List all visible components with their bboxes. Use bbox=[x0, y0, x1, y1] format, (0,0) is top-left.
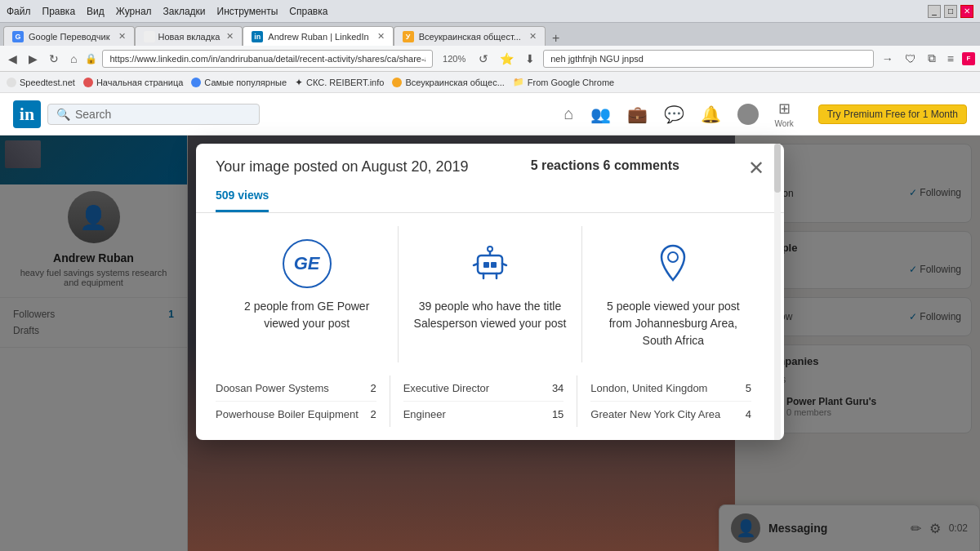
tab-favicon-ua: У bbox=[403, 31, 414, 42]
maximize-button[interactable]: □ bbox=[944, 5, 957, 18]
detail-rows: Doosan Power Systems 2 Powerhouse Boiler… bbox=[196, 375, 784, 440]
zoom-level: 120% bbox=[438, 54, 470, 64]
nav-avatar[interactable] bbox=[737, 104, 759, 125]
premium-button[interactable]: Try Premium Free for 1 Month bbox=[818, 104, 967, 124]
powerhouse-label: Powerhouse Boiler Equipment bbox=[216, 408, 363, 420]
address-bar[interactable] bbox=[102, 50, 433, 68]
forward-button[interactable]: ▶ bbox=[25, 51, 41, 67]
search-go-button[interactable]: → bbox=[879, 51, 897, 67]
back-button[interactable]: ◀ bbox=[5, 51, 20, 67]
tab-close-ua[interactable]: ✕ bbox=[529, 31, 537, 42]
nav-home[interactable]: ⌂ bbox=[564, 104, 573, 123]
minimize-button[interactable]: _ bbox=[928, 5, 941, 18]
close-button[interactable]: ✕ bbox=[960, 5, 973, 18]
modal-tabs: 509 views bbox=[196, 178, 784, 213]
location-pin-icon bbox=[648, 239, 697, 288]
detail-col-titles: Executive Director 34 Engineer 15 bbox=[390, 375, 578, 427]
nav-work[interactable]: ⊞ Work bbox=[775, 100, 794, 128]
engineer-value: 15 bbox=[552, 408, 564, 420]
nav-network[interactable]: 👥 bbox=[590, 104, 611, 124]
new-tab-button[interactable]: + bbox=[546, 31, 566, 46]
tab-favicon-translate: G bbox=[12, 31, 24, 42]
modal-close-button[interactable]: ✕ bbox=[748, 158, 764, 178]
messaging-icon: 💬 bbox=[664, 104, 684, 124]
bookmark-chrome[interactable]: 📁 From Google Chrome bbox=[513, 77, 614, 87]
tab-label-ua: Всеукраинская общест... bbox=[419, 32, 521, 42]
bookmark-home[interactable]: Начальная страница bbox=[83, 78, 183, 87]
salesperson-svg bbox=[466, 239, 514, 288]
linkedin-logo[interactable]: in bbox=[13, 100, 41, 128]
svg-rect-0 bbox=[478, 256, 502, 273]
menu-view[interactable]: Вид bbox=[87, 6, 105, 17]
tab-ua[interactable]: У Всеукраинская общест... ✕ bbox=[394, 26, 546, 46]
london-value: 5 bbox=[746, 382, 751, 394]
menu-help[interactable]: Справка bbox=[289, 6, 327, 17]
menu-button[interactable]: ≡ bbox=[944, 51, 957, 67]
search-icon: 🔍 bbox=[56, 108, 70, 121]
tab-close-linkedin[interactable]: ✕ bbox=[377, 31, 385, 42]
detail-row-london: London, United Kingdom 5 bbox=[590, 375, 751, 402]
menu-journal[interactable]: Журнал bbox=[116, 6, 152, 17]
menu-file[interactable]: Файл bbox=[7, 6, 31, 17]
detail-col-locations: London, United Kingdom 5 Greater New Yor… bbox=[577, 375, 764, 427]
stat-cards-row: GE 2 people from GE Power viewed your po… bbox=[196, 213, 784, 375]
tab-close-translate[interactable]: ✕ bbox=[118, 31, 126, 42]
download-button[interactable]: ⬇ bbox=[522, 51, 538, 67]
avatar bbox=[737, 104, 759, 125]
executive-label: Executive Director bbox=[403, 382, 546, 394]
linkedin-nav: ⌂ 👥 💼 💬 🔔 ⊞ Work Try Premium Free for 1 … bbox=[564, 100, 967, 128]
bookmark-ua[interactable]: Всеукраинская общес... bbox=[392, 78, 504, 87]
bookmark-sks[interactable]: ✦ СКС. REIBERT.info bbox=[295, 77, 384, 88]
search-bar[interactable] bbox=[543, 50, 874, 68]
ge-logo-icon: GE bbox=[283, 239, 332, 288]
search-placeholder-text: Search bbox=[75, 108, 111, 121]
executive-value: 34 bbox=[552, 382, 564, 394]
tab-translate[interactable]: G Google Переводчик ✕ bbox=[3, 26, 135, 46]
browser-menu[interactable]: Файл Правка Вид Журнал Закладки Инструме… bbox=[7, 6, 327, 17]
london-label: London, United Kingdom bbox=[590, 382, 738, 394]
modal-overlay: Your image posted on August 20, 2019 5 r… bbox=[0, 136, 980, 551]
menu-edit[interactable]: Правка bbox=[42, 6, 76, 17]
tab-linkedin[interactable]: in Andrew Ruban | LinkedIn ✕ bbox=[243, 26, 393, 46]
browser-window-controls[interactable]: _ □ ✕ bbox=[928, 5, 973, 18]
linkedin-header: in 🔍 Search ⌂ 👥 💼 💬 🔔 ⊞ Work Try Premium… bbox=[0, 93, 980, 136]
browser-tabs: G Google Переводчик ✕ Новая вкладка ✕ in… bbox=[0, 23, 980, 46]
tab-new[interactable]: Новая вкладка ✕ bbox=[135, 26, 243, 46]
scroll-thumb[interactable] bbox=[774, 144, 781, 193]
browser-titlebar: Файл Правка Вид Журнал Закладки Инструме… bbox=[0, 0, 980, 23]
svg-rect-2 bbox=[491, 262, 497, 268]
nav-messaging[interactable]: 💬 bbox=[664, 104, 684, 124]
network-icon: 👥 bbox=[590, 104, 611, 124]
browser-addressbar: ◀ ▶ ↻ ⌂ 🔒 120% ↺ ⭐ ⬇ → 🛡 ⧉ ≡ F bbox=[0, 46, 980, 72]
bookmark-speedtest[interactable]: Speedtest.net bbox=[7, 78, 75, 87]
reload-button-2[interactable]: ↺ bbox=[475, 51, 492, 67]
home-icon: ⌂ bbox=[564, 104, 573, 123]
engineer-label: Engineer bbox=[403, 408, 546, 420]
home-button[interactable]: ⌂ bbox=[67, 51, 80, 67]
modal-title: Your image posted on August 20, 2019 bbox=[216, 158, 469, 176]
extensions-button[interactable]: ⧉ bbox=[924, 50, 939, 67]
reload-button[interactable]: ↻ bbox=[46, 51, 62, 67]
nav-notifications[interactable]: 🔔 bbox=[701, 104, 721, 124]
tab-label-translate: Google Переводчик bbox=[29, 32, 110, 42]
tab-label-linkedin: Andrew Ruban | LinkedIn bbox=[268, 32, 368, 42]
bookmark-star[interactable]: ⭐ bbox=[497, 51, 517, 67]
svg-point-4 bbox=[488, 247, 492, 251]
views-tab[interactable]: 509 views bbox=[216, 189, 269, 212]
modal-scrollbar[interactable] bbox=[774, 144, 781, 440]
page-content: 👤 Andrew Ruban heavy fuel savings system… bbox=[0, 136, 980, 551]
menu-bookmarks[interactable]: Закладки bbox=[163, 6, 206, 17]
shield-button[interactable]: 🛡 bbox=[902, 51, 920, 67]
bookmark-icon-sks: ✦ bbox=[295, 77, 303, 88]
doosan-label: Doosan Power Systems bbox=[216, 382, 363, 394]
detail-col-companies: Doosan Power Systems 2 Powerhouse Boiler… bbox=[216, 375, 390, 427]
tab-close-new[interactable]: ✕ bbox=[226, 31, 234, 42]
linkedin-search-box[interactable]: 🔍 Search bbox=[47, 104, 260, 125]
stat-card-location: 5 people viewed your post from Johannesb… bbox=[582, 226, 764, 362]
nav-jobs[interactable]: 💼 bbox=[627, 104, 648, 124]
ge-circle: GE bbox=[283, 239, 332, 288]
salesperson-card-text: 39 people who have the title Salesperson… bbox=[412, 298, 568, 332]
menu-tools[interactable]: Инструменты bbox=[217, 6, 278, 17]
detail-row-new-york: Greater New York City Area 4 bbox=[590, 402, 751, 427]
bookmark-popular[interactable]: Самые популярные bbox=[191, 78, 287, 87]
